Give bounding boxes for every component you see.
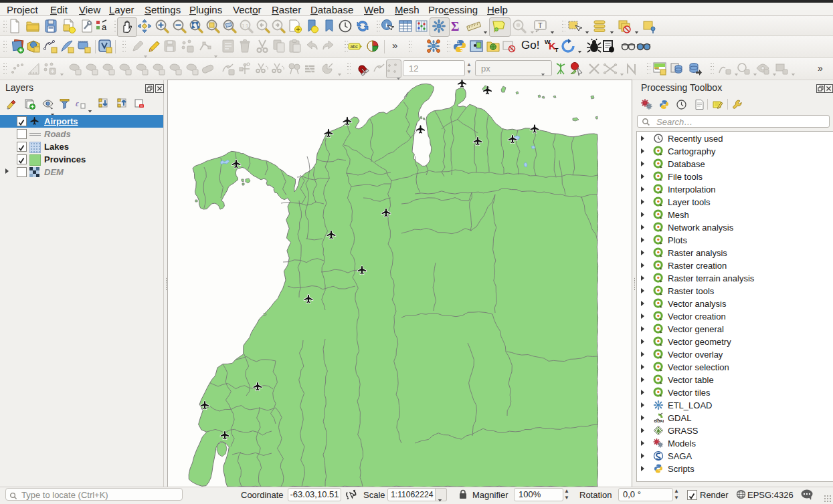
svg-text:abc: abc [351,44,359,49]
svg-text:T: T [538,21,543,29]
svg-text:ε: ε [76,99,79,108]
svg-text:1:1: 1:1 [242,23,249,28]
svg-text:GDAL: GDAL [654,419,664,423]
svg-text:i: i [385,21,387,29]
svg-text:Σ: Σ [451,19,459,33]
svg-text:T: T [555,47,559,53]
svg-text:a: a [102,22,107,32]
